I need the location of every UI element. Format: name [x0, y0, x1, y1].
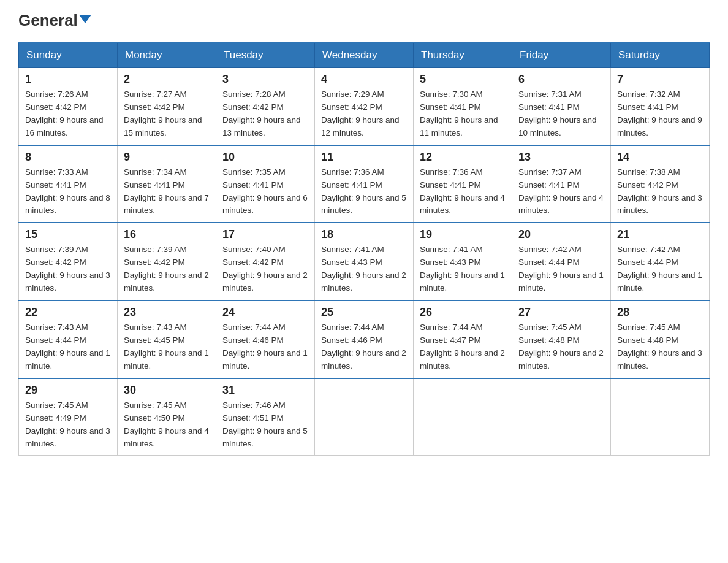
calendar-cell: 7Sunrise: 7:32 AMSunset: 4:41 PMDaylight… [611, 68, 710, 145]
calendar-cell: 4Sunrise: 7:29 AMSunset: 4:42 PMDaylight… [315, 68, 414, 145]
calendar-header-row: SundayMondayTuesdayWednesdayThursdayFrid… [19, 42, 710, 68]
day-info: Sunrise: 7:42 AMSunset: 4:44 PMDaylight:… [518, 243, 604, 295]
calendar-header-sunday: Sunday [19, 42, 118, 68]
day-number: 30 [124, 384, 210, 397]
calendar-cell: 23Sunrise: 7:43 AMSunset: 4:45 PMDayligh… [118, 301, 216, 378]
day-info: Sunrise: 7:31 AMSunset: 4:41 PMDaylight:… [518, 88, 604, 140]
calendar-cell: 14Sunrise: 7:38 AMSunset: 4:42 PMDayligh… [611, 145, 710, 223]
calendar-cell: 1Sunrise: 7:26 AMSunset: 4:42 PMDaylight… [19, 68, 118, 145]
calendar-week-1: 1Sunrise: 7:26 AMSunset: 4:42 PMDaylight… [19, 68, 710, 145]
calendar-cell: 12Sunrise: 7:36 AMSunset: 4:41 PMDayligh… [414, 145, 512, 223]
day-number: 17 [222, 228, 308, 241]
day-number: 31 [222, 384, 308, 397]
day-number: 10 [222, 151, 308, 164]
calendar-cell: 19Sunrise: 7:41 AMSunset: 4:43 PMDayligh… [414, 223, 512, 301]
day-number: 9 [124, 151, 210, 164]
day-info: Sunrise: 7:36 AMSunset: 4:41 PMDaylight:… [420, 166, 506, 218]
calendar-cell [611, 378, 710, 456]
day-number: 3 [222, 73, 308, 86]
calendar-cell: 3Sunrise: 7:28 AMSunset: 4:42 PMDaylight… [216, 68, 315, 145]
day-number: 19 [420, 228, 506, 241]
day-number: 25 [321, 306, 407, 319]
calendar-week-3: 15Sunrise: 7:39 AMSunset: 4:42 PMDayligh… [19, 223, 710, 301]
calendar-cell: 5Sunrise: 7:30 AMSunset: 4:41 PMDaylight… [414, 68, 512, 145]
day-info: Sunrise: 7:27 AMSunset: 4:42 PMDaylight:… [124, 88, 210, 140]
calendar-cell: 13Sunrise: 7:37 AMSunset: 4:41 PMDayligh… [512, 145, 611, 223]
day-number: 23 [124, 306, 210, 319]
calendar-cell: 8Sunrise: 7:33 AMSunset: 4:41 PMDaylight… [19, 145, 118, 223]
day-number: 13 [518, 151, 604, 164]
calendar-cell: 22Sunrise: 7:43 AMSunset: 4:44 PMDayligh… [19, 301, 118, 378]
day-number: 4 [321, 73, 407, 86]
calendar-cell: 17Sunrise: 7:40 AMSunset: 4:42 PMDayligh… [216, 223, 315, 301]
day-info: Sunrise: 7:42 AMSunset: 4:44 PMDaylight:… [617, 243, 703, 295]
day-info: Sunrise: 7:43 AMSunset: 4:45 PMDaylight:… [124, 321, 210, 373]
calendar-header-friday: Friday [512, 42, 611, 68]
day-info: Sunrise: 7:32 AMSunset: 4:41 PMDaylight:… [617, 88, 703, 140]
day-info: Sunrise: 7:39 AMSunset: 4:42 PMDaylight:… [124, 243, 210, 295]
day-number: 14 [617, 151, 703, 164]
day-number: 22 [25, 306, 111, 319]
day-info: Sunrise: 7:36 AMSunset: 4:41 PMDaylight:… [321, 166, 407, 218]
day-info: Sunrise: 7:33 AMSunset: 4:41 PMDaylight:… [25, 166, 111, 218]
day-number: 11 [321, 151, 407, 164]
day-info: Sunrise: 7:39 AMSunset: 4:42 PMDaylight:… [25, 243, 111, 295]
day-info: Sunrise: 7:34 AMSunset: 4:41 PMDaylight:… [124, 166, 210, 218]
calendar-cell: 28Sunrise: 7:45 AMSunset: 4:48 PMDayligh… [611, 301, 710, 378]
day-number: 6 [518, 73, 604, 86]
day-info: Sunrise: 7:35 AMSunset: 4:41 PMDaylight:… [222, 166, 308, 218]
day-info: Sunrise: 7:44 AMSunset: 4:46 PMDaylight:… [222, 321, 308, 373]
day-number: 21 [617, 228, 703, 241]
calendar-cell: 2Sunrise: 7:27 AMSunset: 4:42 PMDaylight… [118, 68, 216, 145]
calendar-cell: 25Sunrise: 7:44 AMSunset: 4:46 PMDayligh… [315, 301, 414, 378]
day-number: 24 [222, 306, 308, 319]
calendar-cell: 30Sunrise: 7:45 AMSunset: 4:50 PMDayligh… [118, 378, 216, 456]
day-number: 2 [124, 73, 210, 86]
day-number: 1 [25, 73, 111, 86]
calendar-header-tuesday: Tuesday [216, 42, 315, 68]
calendar-cell: 10Sunrise: 7:35 AMSunset: 4:41 PMDayligh… [216, 145, 315, 223]
day-number: 27 [518, 306, 604, 319]
calendar-week-4: 22Sunrise: 7:43 AMSunset: 4:44 PMDayligh… [19, 301, 710, 378]
day-number: 18 [321, 228, 407, 241]
logo-general: General [18, 12, 91, 28]
day-info: Sunrise: 7:37 AMSunset: 4:41 PMDaylight:… [518, 166, 604, 218]
calendar-cell: 29Sunrise: 7:45 AMSunset: 4:49 PMDayligh… [19, 378, 118, 456]
calendar-header-saturday: Saturday [611, 42, 710, 68]
calendar-cell: 9Sunrise: 7:34 AMSunset: 4:41 PMDaylight… [118, 145, 216, 223]
day-info: Sunrise: 7:43 AMSunset: 4:44 PMDaylight:… [25, 321, 111, 373]
calendar-cell: 27Sunrise: 7:45 AMSunset: 4:48 PMDayligh… [512, 301, 611, 378]
page-header: General [18, 12, 710, 29]
calendar-cell: 11Sunrise: 7:36 AMSunset: 4:41 PMDayligh… [315, 145, 414, 223]
day-number: 29 [25, 384, 111, 397]
calendar-cell: 24Sunrise: 7:44 AMSunset: 4:46 PMDayligh… [216, 301, 315, 378]
day-info: Sunrise: 7:45 AMSunset: 4:48 PMDaylight:… [518, 321, 604, 373]
day-info: Sunrise: 7:41 AMSunset: 4:43 PMDaylight:… [420, 243, 506, 295]
day-number: 7 [617, 73, 703, 86]
calendar-cell: 16Sunrise: 7:39 AMSunset: 4:42 PMDayligh… [118, 223, 216, 301]
day-info: Sunrise: 7:45 AMSunset: 4:50 PMDaylight:… [124, 399, 210, 451]
calendar-table: SundayMondayTuesdayWednesdayThursdayFrid… [18, 42, 710, 456]
day-info: Sunrise: 7:46 AMSunset: 4:51 PMDaylight:… [222, 399, 308, 451]
calendar-header-monday: Monday [118, 42, 216, 68]
calendar-cell: 31Sunrise: 7:46 AMSunset: 4:51 PMDayligh… [216, 378, 315, 456]
day-info: Sunrise: 7:40 AMSunset: 4:42 PMDaylight:… [222, 243, 308, 295]
calendar-cell [315, 378, 414, 456]
day-info: Sunrise: 7:28 AMSunset: 4:42 PMDaylight:… [222, 88, 308, 140]
calendar-week-5: 29Sunrise: 7:45 AMSunset: 4:49 PMDayligh… [19, 378, 710, 456]
day-number: 20 [518, 228, 604, 241]
day-info: Sunrise: 7:45 AMSunset: 4:48 PMDaylight:… [617, 321, 703, 373]
day-info: Sunrise: 7:44 AMSunset: 4:46 PMDaylight:… [321, 321, 407, 373]
calendar-header-thursday: Thursday [414, 42, 512, 68]
day-info: Sunrise: 7:38 AMSunset: 4:42 PMDaylight:… [617, 166, 703, 218]
day-info: Sunrise: 7:26 AMSunset: 4:42 PMDaylight:… [25, 88, 111, 140]
calendar-cell: 15Sunrise: 7:39 AMSunset: 4:42 PMDayligh… [19, 223, 118, 301]
day-number: 5 [420, 73, 506, 86]
calendar-cell: 6Sunrise: 7:31 AMSunset: 4:41 PMDaylight… [512, 68, 611, 145]
day-info: Sunrise: 7:29 AMSunset: 4:42 PMDaylight:… [321, 88, 407, 140]
day-number: 28 [617, 306, 703, 319]
day-number: 16 [124, 228, 210, 241]
calendar-cell: 26Sunrise: 7:44 AMSunset: 4:47 PMDayligh… [414, 301, 512, 378]
day-number: 8 [25, 151, 111, 164]
day-info: Sunrise: 7:30 AMSunset: 4:41 PMDaylight:… [420, 88, 506, 140]
